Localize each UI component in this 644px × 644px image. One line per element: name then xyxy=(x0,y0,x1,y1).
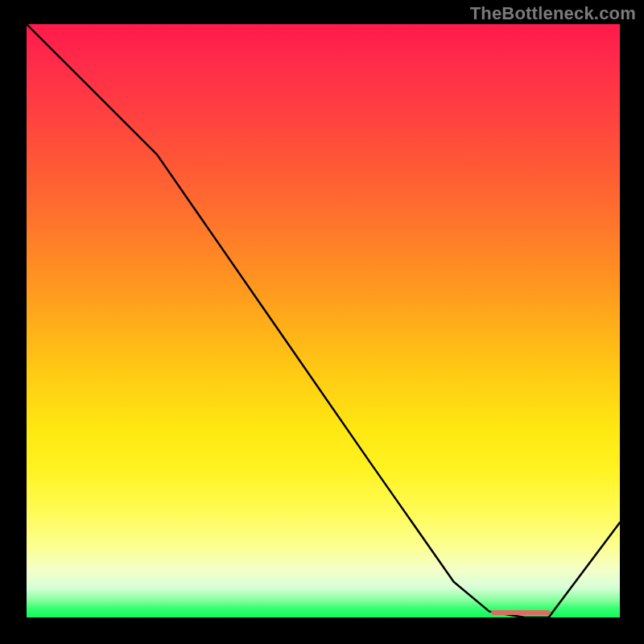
watermark-text: TheBottleneck.com xyxy=(470,3,636,24)
plot-area xyxy=(24,24,620,620)
chart-stage: TheBottleneck.com xyxy=(0,0,644,644)
optimal-range-marker xyxy=(491,610,551,615)
bottleneck-line xyxy=(27,24,620,617)
